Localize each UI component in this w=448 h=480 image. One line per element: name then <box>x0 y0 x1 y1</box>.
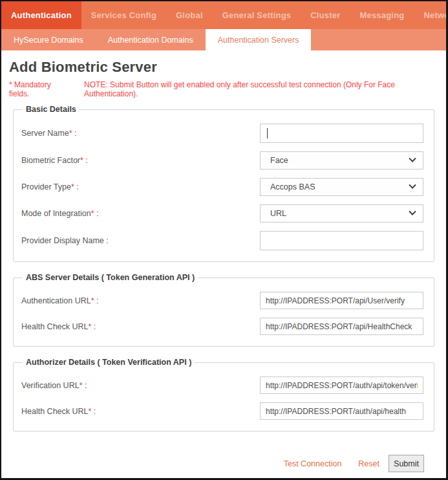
app-window: Authentication Services Config Global Ge… <box>0 0 448 480</box>
verification-url-input[interactable] <box>260 376 423 394</box>
authorizer-details-section: Authorizer Details ( Token Verification … <box>13 358 434 431</box>
mode-of-integration-select[interactable]: URL <box>260 204 423 223</box>
tab-global[interactable]: Global <box>166 1 213 29</box>
tab-services-config[interactable]: Services Config <box>81 1 166 29</box>
provider-type-label: Provider Type* : <box>21 182 260 191</box>
abs-health-check-url-input[interactable] <box>260 318 423 335</box>
chevron-down-icon <box>409 182 416 189</box>
note-text: NOTE: Submit Button will get enabled onl… <box>84 80 438 98</box>
server-name-label: Server Name* : <box>21 129 260 138</box>
page-content: Add Biometric Server * Mandatory fields.… <box>1 59 446 472</box>
tab-general-settings[interactable]: General Settings <box>213 1 301 29</box>
abs-server-details-section: ABS Server Details ( Token Generation AP… <box>13 273 434 347</box>
authentication-url-row: Authentication URL* : <box>21 292 423 309</box>
verification-url-row: Verification URL* : <box>21 376 423 394</box>
chevron-down-icon <box>409 208 416 215</box>
server-name-input[interactable] <box>260 124 423 143</box>
biometric-factor-label: Biometric Factor* : <box>21 156 260 165</box>
tab-cluster[interactable]: Cluster <box>301 1 350 29</box>
tab-authentication[interactable]: Authentication <box>1 1 81 29</box>
selected-value: Face <box>270 156 288 165</box>
authorizer-health-check-url-row: Health Check URL* : <box>21 402 423 420</box>
abs-health-check-url-label: Health Check URL* : <box>21 322 260 331</box>
provider-type-select[interactable]: Accops BAS <box>260 178 423 196</box>
provider-display-name-label: Provider Display Name : <box>21 236 260 245</box>
provider-type-row: Provider Type* : Accops BAS <box>21 178 423 196</box>
selected-value: Accops BAS <box>270 182 315 191</box>
mandatory-note: * Mandatory fields. NOTE: Submit Button … <box>9 80 438 98</box>
test-connection-link[interactable]: Test Connection <box>284 459 342 468</box>
tab-network-settings[interactable]: Network Set <box>414 1 446 29</box>
subtab-authentication-servers[interactable]: Authentication Servers <box>206 29 312 50</box>
provider-display-name-input[interactable] <box>260 231 423 250</box>
chevron-down-icon <box>409 155 416 162</box>
server-name-row: Server Name* : <box>21 124 423 143</box>
authentication-url-label: Authentication URL* : <box>21 296 260 305</box>
selected-value: URL <box>270 209 286 218</box>
main-nav: Authentication Services Config Global Ge… <box>1 1 446 29</box>
form-actions: Test Connection Reset Submit <box>9 455 424 472</box>
abs-server-details-legend: ABS Server Details ( Token Generation AP… <box>23 273 198 282</box>
subtab-hysecure-domains[interactable]: HySecure Domains <box>1 29 96 50</box>
authorizer-health-check-url-label: Health Check URL* : <box>21 407 260 416</box>
biometric-factor-row: Biometric Factor* : Face <box>21 151 423 169</box>
submit-button[interactable]: Submit <box>389 455 424 472</box>
provider-display-name-row: Provider Display Name : <box>21 231 423 250</box>
authentication-url-input[interactable] <box>260 292 423 309</box>
sub-nav: HySecure Domains Authentication Domains … <box>1 29 446 50</box>
biometric-factor-select[interactable]: Face <box>260 151 423 169</box>
basic-details-section: Basic Details Server Name* : Biometric F… <box>13 105 434 262</box>
authorizer-details-legend: Authorizer Details ( Token Verification … <box>23 358 195 367</box>
subtab-authentication-domains[interactable]: Authentication Domains <box>96 29 206 50</box>
mode-of-integration-row: Mode of Integration* : URL <box>21 204 423 223</box>
basic-details-legend: Basic Details <box>23 105 80 114</box>
authorizer-health-check-url-input[interactable] <box>260 402 423 420</box>
page-title: Add Biometric Server <box>9 59 438 76</box>
mode-of-integration-label: Mode of Integration* : <box>21 209 260 218</box>
abs-health-check-url-row: Health Check URL* : <box>21 318 423 335</box>
reset-link[interactable]: Reset <box>358 459 379 468</box>
mandatory-fields-text: * Mandatory fields. <box>9 80 71 98</box>
text-caret <box>267 128 268 138</box>
tab-messaging[interactable]: Messaging <box>350 1 414 29</box>
verification-url-label: Verification URL* : <box>21 381 260 390</box>
